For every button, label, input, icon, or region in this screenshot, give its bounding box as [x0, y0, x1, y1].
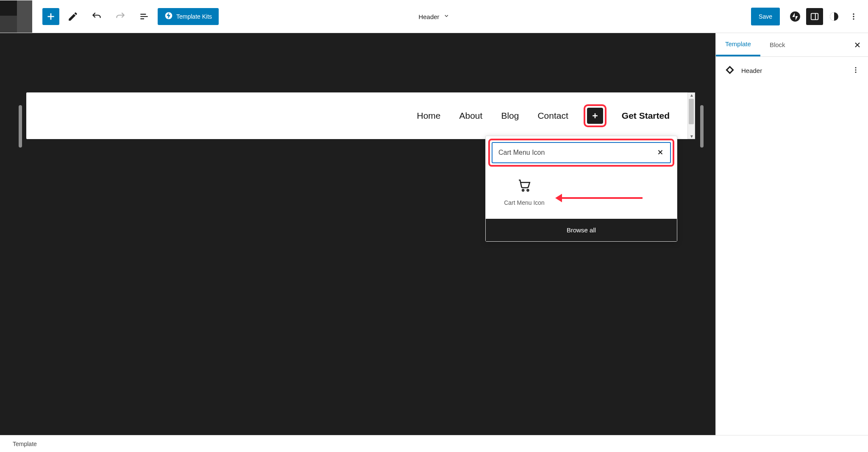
nav-item-get-started[interactable]: Get Started: [622, 111, 670, 121]
tab-template[interactable]: Template: [716, 33, 760, 56]
nav-item-blog[interactable]: Blog: [501, 111, 519, 121]
scroll-down-icon[interactable]: ▼: [690, 134, 694, 139]
svg-point-6: [853, 18, 854, 20]
svg-point-8: [527, 190, 529, 191]
document-title-dropdown[interactable]: Header: [418, 13, 449, 20]
add-block-inline-button[interactable]: [587, 108, 603, 124]
document-title-text: Header: [418, 13, 439, 20]
svg-point-7: [522, 190, 524, 191]
template-part-more-button[interactable]: [852, 66, 860, 75]
save-button[interactable]: Save: [751, 8, 780, 25]
inserter-results: Cart Menu Icon: [486, 169, 677, 219]
toolbar-right-cluster: Save: [751, 8, 862, 25]
svg-point-10: [855, 70, 857, 71]
site-header-block[interactable]: Home About Blog Contact Get Started: [26, 92, 695, 139]
settings-sidebar-toggle[interactable]: [806, 8, 823, 25]
sidebar-tabs: Template Block: [716, 33, 868, 57]
template-part-row[interactable]: Header: [724, 64, 860, 77]
inserter-search-input[interactable]: [498, 149, 657, 156]
block-result-cart-menu-icon[interactable]: Cart Menu Icon: [497, 178, 552, 206]
svg-point-9: [855, 67, 857, 68]
resize-handle-right[interactable]: [700, 105, 704, 148]
nav-item-home[interactable]: Home: [417, 111, 440, 121]
wp-logo[interactable]: [0, 0, 32, 33]
breadcrumb[interactable]: Template: [13, 441, 37, 447]
list-view-button[interactable]: [134, 6, 154, 27]
inserter-search-wrap: [486, 136, 677, 169]
resize-handle-left[interactable]: [19, 105, 22, 148]
svg-point-5: [853, 16, 854, 17]
svg-point-11: [855, 72, 857, 73]
settings-sidebar: Template Block Header: [715, 33, 868, 435]
sidebar-body: Header: [716, 57, 868, 84]
header-template-icon: [724, 64, 735, 77]
styles-button[interactable]: [826, 8, 843, 25]
chevron-down-icon: [444, 13, 450, 20]
redo-button[interactable]: [110, 6, 131, 27]
editor-footer: Template: [0, 435, 868, 452]
undo-button[interactable]: [86, 6, 107, 27]
cart-icon: [517, 178, 531, 193]
nav-item-about[interactable]: About: [459, 111, 483, 121]
edit-tool-button[interactable]: [63, 6, 83, 27]
tab-block[interactable]: Block: [760, 33, 795, 56]
browse-all-button[interactable]: Browse all: [486, 219, 677, 241]
svg-point-4: [853, 13, 854, 14]
bolt-icon: [164, 11, 173, 21]
block-inserter-popover: Cart Menu Icon Browse all: [485, 136, 677, 242]
canvas-scrollbar[interactable]: ▲ ▼: [687, 92, 695, 139]
inserter-toggle-button[interactable]: [42, 8, 59, 25]
inserter-search-field-container: [492, 142, 671, 163]
jetpack-icon-button[interactable]: [787, 8, 804, 25]
scroll-up-icon[interactable]: ▲: [690, 93, 694, 98]
template-kits-button[interactable]: Template Kits: [158, 8, 219, 25]
top-toolbar: Template Kits Header Save: [0, 0, 868, 33]
clear-search-button[interactable]: [657, 148, 664, 157]
template-part-label: Header: [741, 67, 762, 74]
close-sidebar-button[interactable]: [847, 41, 868, 49]
editor-canvas[interactable]: Home About Blog Contact Get Started ▲ ▼: [0, 33, 715, 435]
annotation-arrow: [558, 197, 643, 199]
browse-all-row: Browse all: [486, 219, 677, 241]
template-kits-label: Template Kits: [176, 13, 212, 20]
more-options-button[interactable]: [845, 12, 862, 21]
svg-rect-2: [811, 13, 818, 20]
nav-item-contact[interactable]: Contact: [537, 111, 568, 121]
workspace: Home About Blog Contact Get Started ▲ ▼: [0, 33, 868, 435]
block-result-label: Cart Menu Icon: [504, 199, 545, 206]
svg-point-1: [790, 11, 800, 22]
